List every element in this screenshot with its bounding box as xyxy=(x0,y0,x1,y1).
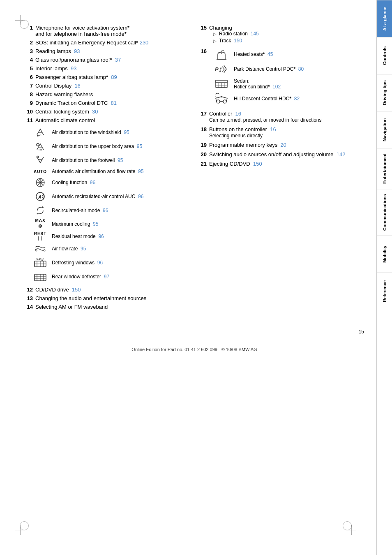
svg-text:P: P xyxy=(215,66,219,72)
svg-rect-31 xyxy=(216,80,227,83)
sidebar-tab-controls[interactable]: Controls xyxy=(377,37,392,74)
svg-text:A: A xyxy=(38,194,42,199)
sidebar-tab-at-a-glance[interactable]: At a glance xyxy=(377,0,392,37)
list-item: 10 Central locking system 30 xyxy=(25,109,190,115)
list-item: 1 Microphone for voice activation system… xyxy=(25,25,190,37)
svg-text:∥: ∥ xyxy=(219,67,222,72)
rest-icon: REST ||| xyxy=(33,232,48,240)
right-item-16: 16 xyxy=(198,48,364,107)
sidebar-tab-reference[interactable]: Reference xyxy=(377,273,392,310)
recirc-icon xyxy=(33,205,48,216)
crosshair-lines-br xyxy=(346,525,356,535)
list-item: 11 Automatic climate control xyxy=(25,117,190,123)
svg-point-38 xyxy=(223,100,226,103)
svg-point-39 xyxy=(221,96,222,97)
auc-icon: A xyxy=(33,191,48,202)
icon-row-reardefrost: Rear window defroster 97 xyxy=(33,271,190,282)
right-item-21: 21 Ejecting CD/DVD 150 xyxy=(198,161,364,167)
reardefrost-icon xyxy=(33,271,48,282)
sidebar-tab-entertainment[interactable]: Entertainment xyxy=(377,148,392,189)
list-item: 14 Selecting AM or FM waveband xyxy=(25,304,190,310)
pdc-row: P ∥ Park Distance Control PDC* 80 xyxy=(213,63,364,75)
airflow-icon xyxy=(33,243,48,254)
icon-row-rest: REST ||| Residual heat mode 96 xyxy=(33,232,190,240)
icon-row-footwell: Air distribution to the footwell 95 xyxy=(33,155,190,166)
svg-point-1 xyxy=(37,135,39,136)
icon-row-airflow: Air flow rate 95 xyxy=(33,243,190,254)
list-item: 12 CD/DVD drive 150 xyxy=(25,287,190,293)
heated-seats-icon xyxy=(213,48,230,60)
page-footer: Online Edition for Part no. 01 41 2 602 … xyxy=(25,347,364,352)
right-item-19: 19 Programmable memory keys 20 xyxy=(198,142,364,148)
right-item-15: 15 Changing ▷ Radio station 145 ▷ Track … xyxy=(198,25,364,45)
sidebar-tab-mobility[interactable]: Mobility xyxy=(377,236,392,273)
crosshair-lines-tl xyxy=(15,15,25,25)
upperbody-icon xyxy=(33,141,48,152)
page-number: 15 xyxy=(25,329,364,335)
page-container: 1 Microphone for voice activation system… xyxy=(0,0,392,555)
sidebar-tab-driving-tips[interactable]: Driving tips xyxy=(377,74,392,111)
icon-row-windshield: Air distribution to the windshield 95 xyxy=(33,127,190,138)
list-item: 8 Hazard warning flashers xyxy=(25,91,190,97)
icon-row-max: MAX ❄ Maximum cooling 95 xyxy=(33,219,190,229)
svg-point-15 xyxy=(35,250,37,251)
cooling-icon xyxy=(33,177,48,188)
climate-icon-group: Air distribution to the windshield 95 xyxy=(33,127,190,282)
svg-point-3 xyxy=(37,143,39,146)
list-item: 9 Dynamic Traction Control DTC 81 xyxy=(25,100,190,106)
sidebar-tab-navigation[interactable]: Navigation xyxy=(377,111,392,148)
two-col-layout: 1 Microphone for voice activation system… xyxy=(25,25,364,312)
sub-item: ▷ Track 150 xyxy=(213,38,259,44)
list-item: 7 Control Display 16 xyxy=(25,83,190,89)
crosshair-lines-bl xyxy=(15,525,25,535)
windshield-icon xyxy=(33,127,48,138)
pdc-icon: P ∥ xyxy=(213,63,230,75)
list-item: 3 Reading lamps 93 xyxy=(25,48,190,54)
list-item: 4 Glass roof/panorama glass roof* 37 xyxy=(25,57,190,63)
after-climate-list: 12 CD/DVD drive 150 13 Changing the audi… xyxy=(25,287,190,310)
defrost-icon xyxy=(33,257,48,268)
svg-point-37 xyxy=(217,100,220,103)
icon-row-defrost: Defrosting windows 96 xyxy=(33,257,190,268)
list-item: 13 Changing the audio and entertainment … xyxy=(25,295,190,301)
hdc-icon xyxy=(213,92,230,105)
list-item: 5 Interior lamps 93 xyxy=(25,65,190,72)
roller-row: Sedan:Roller sun blind* 102 xyxy=(213,78,364,90)
auto-icon: AUTO xyxy=(33,169,48,174)
list-item: 2 SOS: initiating an Emergency Request c… xyxy=(25,39,190,46)
right-item-18: 18 Buttons on the controller 16 Selectin… xyxy=(198,126,364,139)
right-item-20: 20 Switching audio sources on/off and ad… xyxy=(198,151,364,157)
icon-row-auc: A Automatic recirculated-air control AUC… xyxy=(33,191,190,202)
icon-row-auto: AUTO Automatic air distribution and flow… xyxy=(33,169,190,174)
footer-area: 15 Online Edition for Part no. 01 41 2 6… xyxy=(25,329,364,352)
max-icon: MAX ❄ xyxy=(33,219,48,229)
footwell-icon xyxy=(33,155,48,166)
roller-icon xyxy=(213,78,230,90)
heated-seats-row: Heated seats* 45 xyxy=(213,48,364,60)
icon-row-recirc: Recirculated-air mode 96 xyxy=(33,205,190,216)
left-column: 1 Microphone for voice activation system… xyxy=(25,25,190,312)
sidebar: At a glance Controls Driving tips Naviga… xyxy=(376,0,392,555)
hdc-row: Hill Descent Control HDC* 82 xyxy=(213,92,364,105)
sub-item: ▷ Radio station 145 xyxy=(213,31,259,37)
left-numbered-list: 1 Microphone for voice activation system… xyxy=(25,25,190,123)
svg-point-5 xyxy=(37,156,39,158)
main-content: 1 Microphone for voice activation system… xyxy=(0,0,376,555)
sidebar-tab-communications[interactable]: Communications xyxy=(377,189,392,236)
right-item-17: 17 Controller 16 Can be turned, pressed,… xyxy=(198,111,364,123)
icon-row-upperbody: Air distribution to the upper body area … xyxy=(33,141,190,152)
list-item: 6 Passenger airbag status lamp* 89 xyxy=(25,74,190,80)
icon-row-cooling: Cooling function 96 xyxy=(33,177,190,188)
right-column: 15 Changing ▷ Radio station 145 ▷ Track … xyxy=(198,25,364,312)
